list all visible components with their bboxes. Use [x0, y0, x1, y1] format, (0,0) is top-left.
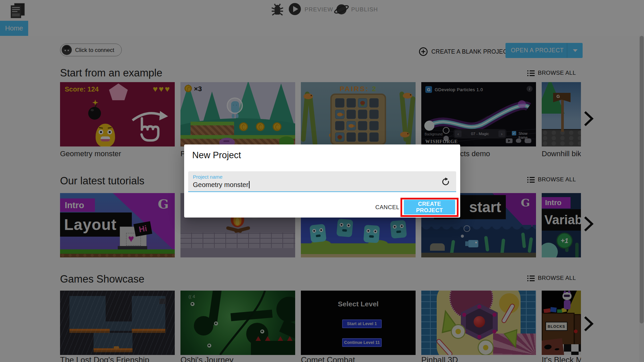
- cancel-button[interactable]: CANCEL: [375, 204, 399, 211]
- project-name-field[interactable]: Project name Geometry monster: [188, 171, 456, 192]
- project-name-label: Project name: [193, 174, 222, 180]
- project-name-value[interactable]: Geometry monster: [193, 181, 250, 189]
- gdevelop-window: PREVIEW PUBLISH Home Click to connect CR…: [0, 0, 644, 362]
- dialog-title: New Project: [192, 150, 241, 161]
- annotation-highlight: [400, 198, 459, 217]
- text-cursor: [249, 181, 250, 188]
- new-project-dialog: New Project Project name Geometry monste…: [184, 144, 460, 218]
- refresh-icon[interactable]: [441, 177, 450, 186]
